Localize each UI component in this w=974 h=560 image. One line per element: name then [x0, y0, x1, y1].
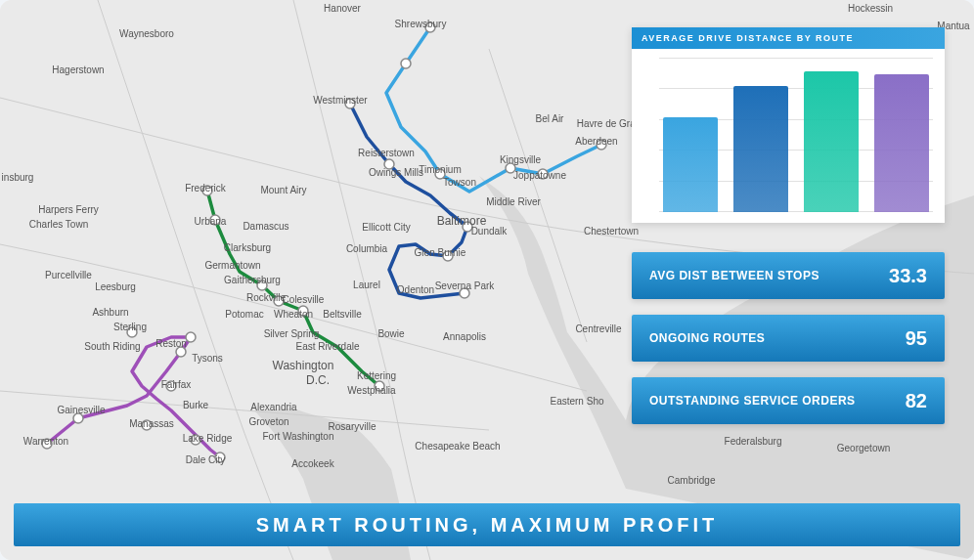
city-label: Cambridge — [668, 475, 716, 486]
city-label: Eastern Sho — [550, 396, 603, 407]
city-label: D.C. — [306, 373, 330, 387]
stat-label: ONGOING ROUTES — [649, 331, 765, 345]
city-label: Burke — [183, 400, 209, 410]
city-label: Middle River — [486, 196, 541, 207]
city-label: Tysons — [192, 353, 223, 364]
city-label: Hockessin — [848, 3, 893, 14]
stat-value: 82 — [906, 390, 927, 412]
city-label: Sterling — [113, 322, 147, 332]
city-label: Federalsburg — [725, 436, 782, 447]
city-label: Gaithersburg — [224, 275, 281, 285]
city-label: Charles Town — [29, 219, 88, 230]
city-label: Waynesboro — [119, 28, 174, 39]
stat-value: 33.3 — [889, 265, 927, 287]
city-label: Ashburn — [92, 307, 128, 318]
city-label: Accokeek — [291, 458, 334, 469]
city-label: Washington — [273, 359, 334, 372]
city-label: Bel Air — [536, 113, 565, 124]
city-label: Mount Airy — [260, 185, 306, 195]
city-label: Leesburg — [95, 281, 136, 292]
city-label: Wheaton — [274, 309, 313, 320]
stat-avg-dist: AVG DIST BETWEEN STOPS 33.3 — [632, 252, 945, 299]
city-label: Dale City — [186, 454, 226, 465]
city-label: Shrewsbury — [395, 19, 447, 29]
city-label: Dundalk — [471, 226, 509, 237]
city-label: Reston — [155, 338, 187, 349]
city-label: Potomac — [225, 309, 263, 320]
city-label: Westminster — [313, 95, 368, 106]
city-label: Joppatowne — [513, 170, 566, 181]
city-label: Ellicott City — [362, 222, 410, 233]
city-label: Rockville — [246, 292, 286, 303]
stat-label: AVG DIST BETWEEN STOPS — [649, 269, 819, 282]
city-label: Silver Spring — [264, 328, 320, 339]
city-label: Severna Park — [435, 280, 496, 291]
city-label: Rosaryville — [329, 421, 376, 432]
city-label: Frederick — [185, 183, 227, 194]
city-label: Kingsville — [500, 154, 542, 165]
city-label: Warrenton — [23, 436, 68, 447]
city-label: Laurel — [353, 280, 380, 290]
city-label: Annapolis — [443, 331, 486, 342]
stat-ongoing-routes: ONGOING ROUTES 95 — [632, 315, 945, 362]
banner-text: SMART ROUTING, MAXIMUM PROFIT — [256, 514, 719, 537]
chart-panel: AVERAGE DRIVE DISTANCE BY ROUTE — [632, 27, 945, 223]
city-label: Hanover — [324, 3, 361, 14]
city-label: Colesville — [283, 294, 325, 305]
chart-body — [632, 49, 945, 220]
chart-title: AVERAGE DRIVE DISTANCE BY ROUTE — [632, 27, 945, 49]
chart-bar — [663, 117, 718, 212]
city-label: insburg — [2, 172, 34, 183]
stat-label: OUTSTANDING SERVICE ORDERS — [649, 394, 856, 408]
city-label: Timonium — [419, 164, 462, 175]
city-label: Harpers Ferry — [38, 204, 99, 215]
city-label: Beltsville — [323, 309, 362, 320]
city-label: Fairfax — [161, 379, 192, 390]
city-label: Bowie — [377, 328, 405, 339]
city-label: Chestertown — [584, 226, 639, 237]
city-label: Glen Burnie — [415, 247, 466, 258]
city-label: Reisterstown — [358, 148, 415, 158]
city-label: Purcellville — [45, 270, 92, 280]
city-label: Clarksburg — [224, 242, 271, 253]
stat-value: 95 — [906, 327, 927, 350]
city-label: Owings Mills — [369, 167, 423, 178]
city-label: Gainesville — [58, 405, 106, 415]
city-label: Westphalia — [347, 385, 396, 396]
chart-bar — [804, 71, 859, 212]
route-stop[interactable] — [401, 59, 411, 68]
city-label: Kettering — [357, 370, 396, 381]
city-label: Damascus — [243, 221, 288, 232]
city-label: Hagerstown — [52, 65, 104, 75]
city-label: Manassas — [129, 418, 174, 429]
city-label: Aberdeen — [575, 136, 617, 147]
city-label: Germantown — [204, 260, 260, 271]
city-label: Fort Washington — [263, 431, 334, 442]
city-label: East Riverdale — [295, 341, 359, 352]
chart-bar — [733, 86, 788, 212]
city-label: Odenton — [397, 284, 434, 295]
city-label: Groveton — [248, 416, 288, 427]
city-label: Urbana — [195, 216, 227, 227]
stat-outstanding-orders: OUTSTANDING SERVICE ORDERS 82 — [632, 377, 945, 424]
city-label: Georgetown — [837, 443, 890, 453]
city-label: Alexandria — [250, 402, 297, 412]
city-label: Chesapeake Beach — [415, 441, 500, 452]
city-label: Lake Ridge — [183, 433, 233, 444]
chart-bar — [874, 74, 929, 212]
route-stop[interactable] — [186, 332, 196, 342]
city-label: Towson — [443, 177, 476, 188]
city-label: Centreville — [575, 323, 622, 334]
city-label: Columbia — [346, 243, 388, 254]
city-label: South Riding — [84, 341, 140, 352]
banner: SMART ROUTING, MAXIMUM PROFIT — [14, 503, 960, 546]
